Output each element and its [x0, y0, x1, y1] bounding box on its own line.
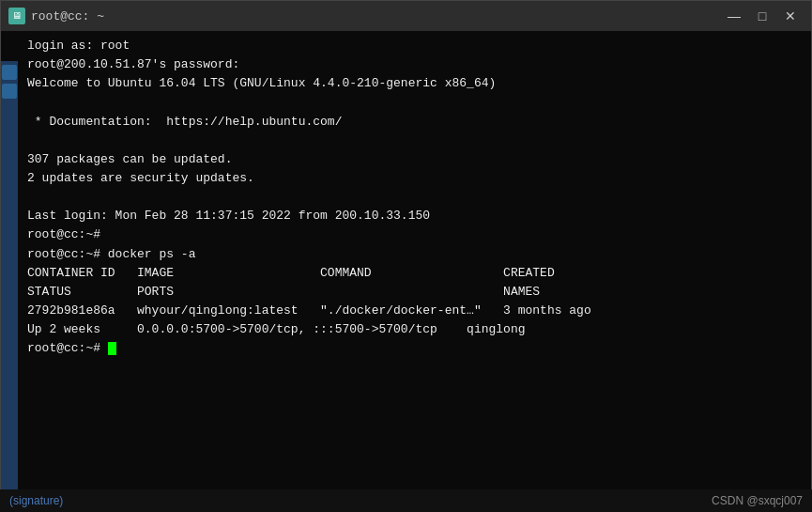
signature-left: (signature) — [9, 494, 63, 507]
terminal-line-9 — [27, 188, 802, 207]
terminal-line-10: Last login: Mon Feb 28 11:37:15 2022 fro… — [27, 207, 802, 225]
terminal-line-7: 307 packages can be updated. — [27, 150, 802, 169]
sidebar — [1, 61, 18, 512]
terminal-line-14: STATUS PORTS NAMES — [27, 283, 802, 302]
terminal-line-8: 2 updates are security updates. — [27, 169, 802, 188]
terminal-line-11: root@cc:~# — [27, 225, 802, 244]
window-title: root@cc: ~ — [31, 9, 104, 23]
terminal-line-2: root@200.10.51.87's password: — [27, 55, 802, 74]
title-bar: 🖥 root@cc: ~ — □ ✕ — [1, 1, 811, 31]
terminal-line-4 — [27, 93, 802, 112]
sidebar-item — [2, 84, 17, 99]
sidebar-item — [2, 65, 17, 80]
watermark: CSDN @sxqcj007 — [712, 494, 803, 507]
terminal-line-15: 2792b981e86a whyour/qinglong:latest "./d… — [27, 302, 802, 320]
terminal-line-17: root@cc:~# — [27, 339, 802, 358]
minimize-button[interactable]: — — [721, 6, 747, 26]
cursor — [108, 342, 116, 355]
status-bar: (signature) CSDN @sxqcj007 — [0, 489, 812, 512]
terminal-line-13: CONTAINER ID IMAGE COMMAND CREATED — [27, 264, 802, 283]
app-icon: 🖥 — [8, 8, 25, 24]
window-controls[interactable]: — □ ✕ — [721, 6, 804, 26]
terminal-line-1: login as: root — [27, 37, 802, 55]
maximize-button[interactable]: □ — [749, 6, 775, 26]
terminal-line-6 — [27, 132, 802, 150]
terminal-line-3: Welcome to Ubuntu 16.04 LTS (GNU/Linux 4… — [27, 74, 802, 93]
title-bar-left: 🖥 root@cc: ~ — [8, 8, 104, 24]
terminal-window: 🖥 root@cc: ~ — □ ✕ login as: root root@2… — [0, 0, 812, 512]
close-button[interactable]: ✕ — [777, 6, 804, 26]
terminal-line-16: Up 2 weeks 0.0.0.0:5700->5700/tcp, :::57… — [27, 320, 802, 339]
terminal-content[interactable]: login as: root root@200.10.51.87's passw… — [1, 31, 811, 511]
terminal-area[interactable]: login as: root root@200.10.51.87's passw… — [1, 31, 811, 511]
terminal-line-12: root@cc:~# docker ps -a — [27, 245, 802, 264]
terminal-line-5: * Documentation: https://help.ubuntu.com… — [27, 113, 802, 132]
